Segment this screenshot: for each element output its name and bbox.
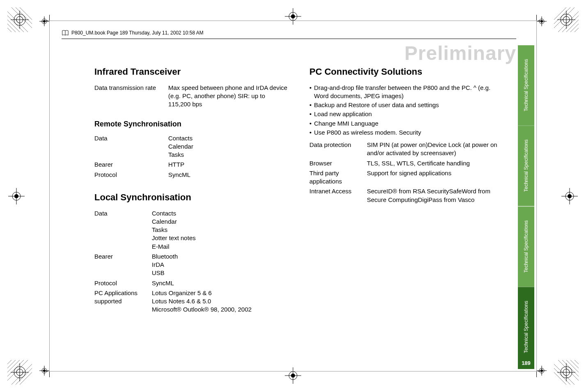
svg-line-39 xyxy=(570,360,579,368)
svg-line-4 xyxy=(7,28,11,32)
svg-line-38 xyxy=(566,360,579,372)
registration-mark-icon xyxy=(554,7,579,32)
spec-key: Bearer xyxy=(94,252,152,277)
trim-mark-icon xyxy=(49,15,50,21)
trim-mark-icon xyxy=(536,15,537,21)
trim-mark-icon xyxy=(538,371,543,371)
list-item-text: Change MMI Language xyxy=(314,119,378,128)
list-item: •Load new application xyxy=(309,110,504,118)
spec-row: Data transmission rate Max speed between… xyxy=(94,84,289,109)
spec-row: Data Contacts Calendar Tasks Jotter text… xyxy=(94,209,289,251)
svg-line-12 xyxy=(558,11,579,32)
left-column: Infrared Transceiver Data transmission r… xyxy=(94,66,289,355)
registration-mark-icon xyxy=(554,360,579,385)
side-tabs: Technical Specifications Technical Speci… xyxy=(518,45,534,367)
watermark-text: Preliminary xyxy=(405,42,516,64)
spec-row: Protocol SyncML xyxy=(94,279,289,287)
section-title-local-sync: Local Synchronisation xyxy=(94,191,289,204)
trim-mark-icon xyxy=(538,21,543,21)
spec-key: Browser xyxy=(309,159,367,167)
spec-row: Browser TLS, SSL, WTLS, Certificate hand… xyxy=(309,159,504,167)
list-item-text: Drag-and-drop file transfer between the … xyxy=(314,84,504,101)
spec-value: Contacts Calendar Tasks Jotter text note… xyxy=(152,209,289,251)
svg-line-41 xyxy=(554,364,575,385)
spec-value: HTTP xyxy=(168,160,289,169)
list-item-text: Backup and Restore of user data and sett… xyxy=(314,101,439,109)
bullet-icon: • xyxy=(309,119,311,128)
section-title-remote-sync: Remote Synchronisation xyxy=(94,119,289,129)
spec-row: Bearer HTTP xyxy=(94,160,289,169)
section-title-infrared: Infrared Transceiver xyxy=(94,66,289,78)
spec-row: Intranet Access SecureID® from RSA Secur… xyxy=(309,187,504,204)
crop-mark-icon xyxy=(39,16,49,26)
crop-mark-icon xyxy=(561,188,578,204)
spec-value: SyncML xyxy=(168,171,289,179)
spec-key: PC Applications supported xyxy=(94,289,152,314)
spec-row: Protocol SyncML xyxy=(94,171,289,179)
spec-row: Data Contacts Calendar Tasks xyxy=(94,134,289,159)
svg-line-7 xyxy=(20,7,32,20)
list-item: •Use P800 as wireless modem. Security xyxy=(309,128,504,137)
spec-row: PC Applications supported Lotus Organize… xyxy=(94,289,289,314)
svg-line-28 xyxy=(7,360,11,364)
spec-value: Contacts Calendar Tasks xyxy=(168,134,289,159)
content-area: Infrared Transceiver Data transmission r… xyxy=(94,66,504,355)
spec-value: TLS, SSL, WTLS, Certificate handling xyxy=(367,159,504,167)
spec-value: Bluetooth IrDA USB xyxy=(152,252,289,277)
list-item-text: Load new application xyxy=(314,110,372,118)
svg-line-31 xyxy=(20,372,32,385)
svg-line-15 xyxy=(570,24,579,32)
svg-line-26 xyxy=(7,360,20,372)
spec-key: Data transmission rate xyxy=(94,84,168,109)
spec-value: SIM PIN (at power on)Device Lock (at pow… xyxy=(367,141,504,158)
svg-line-16 xyxy=(575,28,579,32)
running-header: P800_UM.book Page 189 Thursday, July 11,… xyxy=(62,30,204,36)
spec-value: SecureID® from RSA SecuritySafeWord from… xyxy=(367,187,504,204)
side-tab: Technical Specifications xyxy=(518,206,534,287)
svg-line-43 xyxy=(554,372,566,385)
bullet-icon: • xyxy=(309,110,311,118)
svg-line-27 xyxy=(7,360,16,368)
spec-row: Data protection SIM PIN (at power on)Dev… xyxy=(309,141,504,158)
svg-line-0 xyxy=(7,11,28,32)
svg-line-40 xyxy=(575,360,579,364)
side-tab: Technical Specifications xyxy=(518,45,534,126)
page-number: 189 xyxy=(518,357,534,369)
spec-key: Bearer xyxy=(94,160,168,169)
list-item: •Drag-and-drop file transfer between the… xyxy=(309,84,504,101)
bullet-icon: • xyxy=(309,84,311,101)
list-item: •Change MMI Language xyxy=(309,119,504,128)
crop-mark-icon xyxy=(39,366,49,376)
svg-line-2 xyxy=(7,20,20,32)
spec-key: Protocol xyxy=(94,171,168,179)
list-item: •Backup and Restore of user data and set… xyxy=(309,101,504,109)
registration-mark-icon xyxy=(7,7,32,32)
spec-row: Bearer Bluetooth IrDA USB xyxy=(94,252,289,277)
svg-line-19 xyxy=(554,7,566,20)
spec-value: SyncML xyxy=(152,279,289,287)
bullet-icon: • xyxy=(309,128,311,137)
crop-mark-icon xyxy=(8,188,25,204)
svg-line-36 xyxy=(558,360,579,381)
side-tab: Technical Specifications xyxy=(518,126,534,206)
trim-mark-icon xyxy=(536,371,537,377)
spec-value: Support for signed applications xyxy=(367,169,504,186)
trim-mark-icon xyxy=(49,371,50,377)
svg-line-17 xyxy=(554,7,575,28)
registration-mark-icon xyxy=(7,360,32,385)
section-title-pc-connectivity: PC Connectivity Solutions xyxy=(309,66,504,78)
spec-key: Data xyxy=(94,209,152,251)
svg-line-14 xyxy=(566,20,579,32)
spec-key: Intranet Access xyxy=(309,187,367,204)
right-column: PC Connectivity Solutions •Drag-and-drop… xyxy=(309,66,504,355)
trim-mark-icon xyxy=(43,21,48,21)
bullet-icon: • xyxy=(309,101,311,109)
spec-value: Lotus Organizer 5 & 6 Lotus Notes 4.6 & … xyxy=(152,289,289,314)
running-header-text: P800_UM.book Page 189 Thursday, July 11,… xyxy=(71,30,204,36)
book-icon xyxy=(62,30,69,36)
spec-row: Third party applications Support for sig… xyxy=(309,169,504,186)
trim-mark-icon xyxy=(43,371,48,371)
header-rule xyxy=(62,39,516,39)
crop-mark-icon xyxy=(537,16,547,26)
spec-key: Third party applications xyxy=(309,169,367,186)
